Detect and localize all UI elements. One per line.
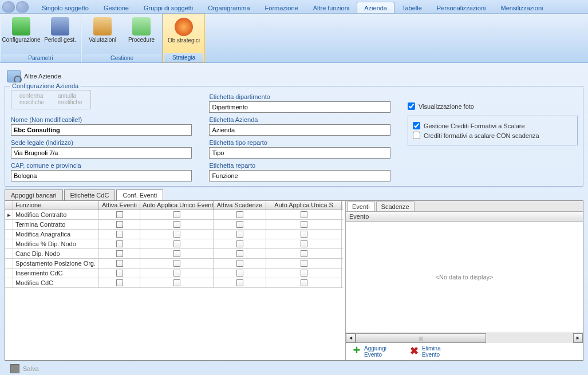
checkbox-icon[interactable] xyxy=(301,270,307,277)
tab-singolo-soggetto[interactable]: Singolo soggetto xyxy=(34,2,96,13)
checkbox-input[interactable] xyxy=(413,122,420,129)
checkbox-icon[interactable] xyxy=(173,260,180,267)
scroll-track[interactable]: ||| xyxy=(356,333,573,343)
checkbox-cell[interactable] xyxy=(266,259,342,268)
user-icon[interactable] xyxy=(2,1,15,13)
ob-strategici-button[interactable]: Ob.strategici xyxy=(164,15,203,53)
checkbox-icon[interactable] xyxy=(301,221,307,228)
table-row[interactable]: Modifica CdC xyxy=(5,278,343,288)
configurazione-button[interactable]: Configurazione xyxy=(2,15,41,54)
table-row[interactable]: ▸Modifica Contratto xyxy=(5,210,343,220)
tab-conf-eventi[interactable]: Conf. Eventi xyxy=(116,190,163,200)
checkbox-cell[interactable] xyxy=(266,220,342,229)
checkbox-cell[interactable] xyxy=(140,220,214,229)
checkbox-cell[interactable] xyxy=(140,278,214,287)
checkbox-cell[interactable] xyxy=(99,210,140,219)
elimina-evento-button[interactable]: ✖ Elimina Evento xyxy=(409,345,441,358)
et-dip-field[interactable] xyxy=(209,101,390,113)
checkbox-cell[interactable] xyxy=(214,210,266,219)
checkbox-icon[interactable] xyxy=(116,221,123,228)
tab-eventi[interactable]: Eventi xyxy=(347,202,375,211)
table-row[interactable]: Canc Dip. Nodo xyxy=(5,249,343,259)
scroll-left-arrow[interactable]: ◄ xyxy=(346,333,356,343)
checkbox-icon[interactable] xyxy=(173,240,180,247)
checkbox-icon[interactable] xyxy=(301,279,307,286)
tab-appoggi-bancari[interactable]: Appoggi bancari xyxy=(5,190,63,200)
checkbox-cell[interactable] xyxy=(266,269,342,278)
horizontal-scrollbar[interactable]: ◄ ||| ► xyxy=(346,333,583,342)
checkbox-icon[interactable] xyxy=(116,250,123,257)
checkbox-cell[interactable] xyxy=(140,210,214,219)
table-row[interactable]: Modifica Anagrafica xyxy=(5,230,343,239)
checkbox-icon[interactable] xyxy=(236,260,243,267)
checkbox-cell[interactable] xyxy=(140,249,214,258)
sede-field[interactable] xyxy=(11,147,192,159)
checkbox-icon[interactable] xyxy=(116,260,123,267)
checkbox-icon[interactable] xyxy=(236,240,243,247)
checkbox-icon[interactable] xyxy=(173,221,180,228)
conferma-modifiche-button[interactable]: conferma modifiche xyxy=(19,93,44,105)
periodi-gest-button[interactable]: Periodi gest. xyxy=(41,15,80,54)
checkbox-cell[interactable] xyxy=(99,278,140,287)
checkbox-icon[interactable] xyxy=(236,270,243,277)
gest-cred-checkbox[interactable]: Gestione Crediti Formativi a Scalare xyxy=(413,122,573,129)
tab-mensilizzazioni[interactable]: Mensilizzazioni xyxy=(493,2,550,13)
col-funzione[interactable]: Funzione xyxy=(13,200,99,210)
functions-grid[interactable]: Funzione Attiva Eventi Auto Applica Unic… xyxy=(5,200,343,360)
valutazioni-button[interactable]: Valutazioni xyxy=(83,15,122,54)
aggiungi-evento-button[interactable]: + Aggiungi Evento xyxy=(352,345,386,358)
checkbox-icon[interactable] xyxy=(301,260,307,267)
scroll-right-arrow[interactable]: ► xyxy=(573,333,583,343)
annulla-modifiche-button[interactable]: annulla modifiche xyxy=(58,93,82,105)
scroll-thumb[interactable]: ||| xyxy=(356,333,486,343)
checkbox-cell[interactable] xyxy=(140,239,214,248)
procedure-button[interactable]: Procedure xyxy=(122,15,161,54)
tab-tabelle[interactable]: Tabelle xyxy=(394,2,429,13)
checkbox-icon[interactable] xyxy=(301,240,307,247)
checkbox-icon[interactable] xyxy=(173,279,180,286)
cred-scad-checkbox[interactable]: Crediti formativi a scalare CON scadenza xyxy=(413,132,573,139)
checkbox-cell[interactable] xyxy=(214,259,266,268)
checkbox-cell[interactable] xyxy=(99,220,140,229)
checkbox-icon[interactable] xyxy=(236,221,243,228)
checkbox-icon[interactable] xyxy=(116,240,123,247)
checkbox-cell[interactable] xyxy=(99,249,140,258)
checkbox-cell[interactable] xyxy=(99,230,140,239)
checkbox-icon[interactable] xyxy=(236,231,243,238)
tab-azienda[interactable]: Azienda xyxy=(357,2,394,13)
tab-scadenze[interactable]: Scadenze xyxy=(376,202,415,211)
checkbox-icon[interactable] xyxy=(236,211,243,218)
tab-gestione[interactable]: Gestione xyxy=(96,2,136,13)
table-row[interactable]: Modifica % Dip. Nodo xyxy=(5,239,343,249)
et-az-field[interactable] xyxy=(209,124,390,136)
tab-formazione[interactable]: Formazione xyxy=(258,2,306,13)
col-attiva-eventi[interactable]: Attiva Eventi xyxy=(99,200,140,210)
checkbox-icon[interactable] xyxy=(301,211,307,218)
et-tipo-field[interactable] xyxy=(209,147,390,159)
checkbox-icon[interactable] xyxy=(236,250,243,257)
checkbox-cell[interactable] xyxy=(266,239,342,248)
checkbox-input[interactable] xyxy=(408,102,415,110)
checkbox-icon[interactable] xyxy=(173,270,180,277)
checkbox-icon[interactable] xyxy=(173,211,180,218)
col-auto-evento[interactable]: Auto Applica Unico Evento xyxy=(140,200,214,210)
checkbox-cell[interactable] xyxy=(214,249,266,258)
tab-gruppi[interactable]: Gruppi di soggetti xyxy=(136,2,200,13)
tab-organigramma[interactable]: Organigramma xyxy=(200,2,257,13)
building-search-icon[interactable] xyxy=(7,70,21,82)
tab-altre-funzioni[interactable]: Altre funzioni xyxy=(306,2,357,13)
checkbox-cell[interactable] xyxy=(99,259,140,268)
checkbox-cell[interactable] xyxy=(214,278,266,287)
checkbox-cell[interactable] xyxy=(266,230,342,239)
cap-field[interactable] xyxy=(11,170,192,181)
checkbox-cell[interactable] xyxy=(99,269,140,278)
checkbox-icon[interactable] xyxy=(236,279,243,286)
checkbox-cell[interactable] xyxy=(266,278,342,287)
checkbox-cell[interactable] xyxy=(140,230,214,239)
user-icon[interactable] xyxy=(16,1,29,13)
checkbox-icon[interactable] xyxy=(116,231,123,238)
checkbox-icon[interactable] xyxy=(301,231,307,238)
checkbox-cell[interactable] xyxy=(214,269,266,278)
checkbox-input[interactable] xyxy=(413,132,420,139)
col-evento[interactable]: Evento xyxy=(346,212,583,222)
